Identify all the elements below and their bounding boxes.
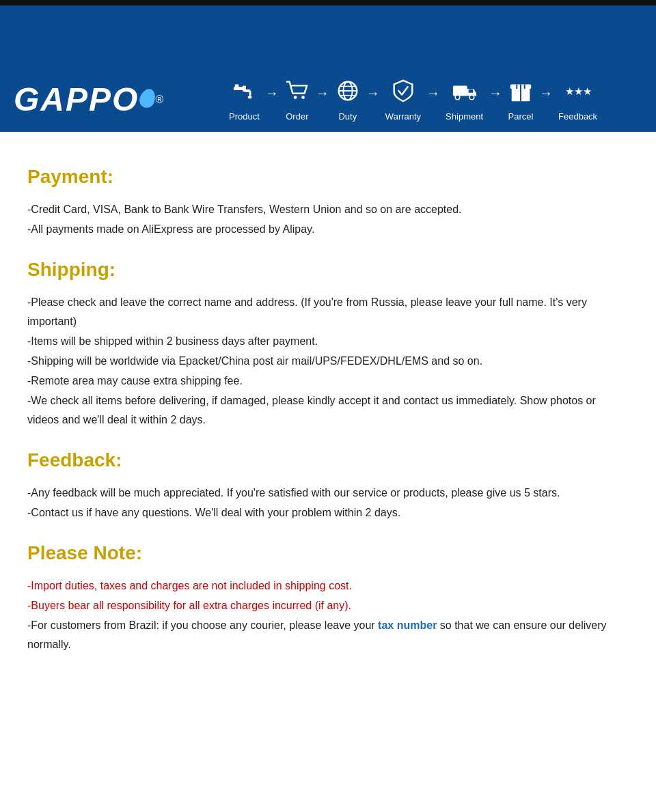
duty-label: Duty <box>338 111 357 122</box>
logo-area: GAPPO ® <box>14 81 163 132</box>
process-step-feedback: ★★★★★ Feedback <box>558 78 597 122</box>
shipping-body: -Please check and leave the correct name… <box>27 293 629 428</box>
feedback-title: Feedback: <box>27 449 629 471</box>
shipping-line-4: -Remote area may cause extra shipping fe… <box>27 372 629 390</box>
brazil-link[interactable]: tax number <box>378 619 437 631</box>
arrow-3: → <box>366 85 380 115</box>
arrow-2: → <box>316 85 329 115</box>
process-step-duty: Duty <box>335 78 361 122</box>
stars-icon: ★★★★★ <box>565 78 591 107</box>
svg-text:★★★★★: ★★★★★ <box>565 85 591 97</box>
payment-line-2: -All payments made on AliExpress are pro… <box>27 220 629 238</box>
svg-point-14 <box>455 95 460 100</box>
shipment-label: Shipment <box>446 111 483 122</box>
feedback-line-1: -Any feedback will be much appreciated. … <box>27 484 629 502</box>
note-brazil-line: -For customers from Brazil: if you choos… <box>27 616 629 653</box>
svg-point-4 <box>248 96 252 99</box>
header: GAPPO ® Product → <box>0 5 656 132</box>
brazil-before: -For customers from Brazil: if you choos… <box>27 619 378 631</box>
note-body: -Import duties, taxes and charges are no… <box>27 576 629 654</box>
note-red-line-1: -Import duties, taxes and charges are no… <box>27 576 629 595</box>
svg-rect-13 <box>452 85 467 96</box>
feedback-section: Feedback: -Any feedback will be much app… <box>27 449 629 522</box>
note-title: Please Note: <box>27 542 629 564</box>
note-section: Please Note: -Import duties, taxes and c… <box>27 542 629 654</box>
process-step-warranty: Warranty <box>385 78 421 122</box>
svg-point-7 <box>301 96 305 99</box>
process-step-product: Product <box>229 78 260 122</box>
svg-rect-3 <box>249 91 251 96</box>
payment-section: Payment: -Credit Card, VISA, Bank to Ban… <box>27 166 629 238</box>
payment-body: -Credit Card, VISA, Bank to Bank Wire Tr… <box>27 200 629 238</box>
note-red-line-2: -Buyers bear all responsibility for all … <box>27 596 629 615</box>
shipping-line-2: -Items will be shipped within 2 business… <box>27 332 629 350</box>
svg-point-6 <box>294 96 297 99</box>
feedback-line-2: -Contact us if have any questions. We'll… <box>27 503 629 522</box>
shipping-title: Shipping: <box>27 259 629 281</box>
content-area: Payment: -Credit Card, VISA, Bank to Ban… <box>0 132 656 688</box>
process-step-order: Order <box>284 78 310 122</box>
payment-line-1: -Credit Card, VISA, Bank to Bank Wire Tr… <box>27 200 629 219</box>
top-bar <box>0 0 656 5</box>
arrow-1: → <box>265 85 279 115</box>
shipping-line-1: -Please check and leave the correct name… <box>27 293 629 330</box>
cart-icon <box>284 78 310 107</box>
svg-point-15 <box>469 95 474 100</box>
order-label: Order <box>286 111 308 122</box>
svg-rect-5 <box>235 85 239 87</box>
arrow-6: → <box>539 85 553 115</box>
payment-title: Payment: <box>27 166 629 188</box>
shield-icon <box>390 78 416 107</box>
globe-icon <box>335 78 361 107</box>
parcel-label: Parcel <box>508 111 534 122</box>
logo-registered: ® <box>155 94 163 106</box>
feedback-label: Feedback <box>558 111 597 122</box>
product-label: Product <box>229 111 260 122</box>
feedback-body: -Any feedback will be much appreciated. … <box>27 484 629 522</box>
process-bar: Product → Order → <box>184 78 642 132</box>
arrow-5: → <box>489 85 502 115</box>
process-step-parcel: Parcel <box>508 78 534 122</box>
shipping-line-5: -We check all items before delivering, i… <box>27 391 629 428</box>
svg-rect-16 <box>468 89 473 93</box>
box-icon <box>508 78 534 107</box>
truck-icon <box>452 78 478 107</box>
logo-text: GAPPO <box>14 81 139 118</box>
shipping-line-3: -Shipping will be worldwide via Epacket/… <box>27 352 629 370</box>
process-step-shipment: Shipment <box>446 78 483 122</box>
warranty-label: Warranty <box>385 111 421 122</box>
arrow-4: → <box>426 85 440 115</box>
shipping-section: Shipping: -Please check and leave the co… <box>27 259 629 428</box>
logo-drop-icon <box>137 87 158 110</box>
faucet-icon <box>231 78 257 107</box>
